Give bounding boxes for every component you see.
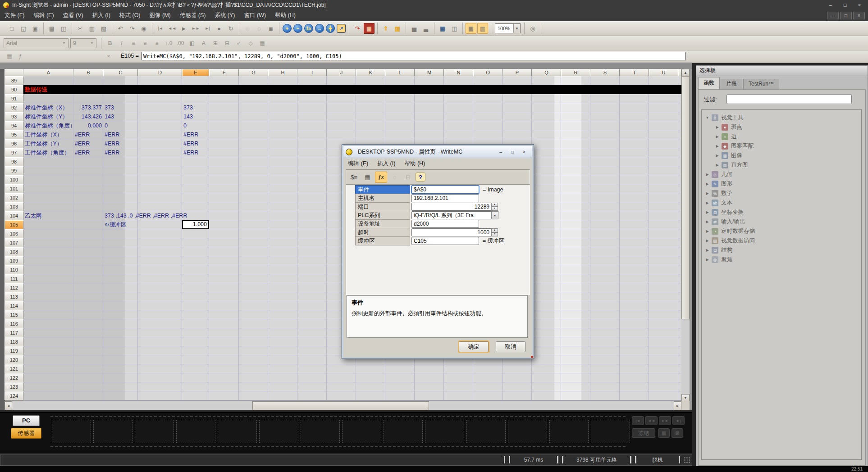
import-yellow-icon[interactable]: ⇑ bbox=[380, 23, 391, 34]
expand-icon[interactable]: ▶ bbox=[705, 172, 710, 177]
align-center-icon[interactable]: ≡ bbox=[140, 38, 151, 48]
row-header-115[interactable]: 115 bbox=[5, 310, 23, 319]
expand-region-icon[interactable]: ⊡ bbox=[402, 172, 414, 183]
selected-cell[interactable]: 1.000 bbox=[182, 220, 209, 229]
zoom-1x-icon[interactable]: 1x bbox=[304, 24, 313, 33]
copy-icon[interactable]: ▥ bbox=[87, 23, 97, 34]
column-header-partial[interactable] bbox=[678, 69, 681, 76]
palette-tab-[interactable]: 函数 bbox=[698, 77, 720, 89]
menu-item[interactable]: 系统 (Y) bbox=[210, 12, 239, 19]
row-header-121[interactable]: 121 bbox=[5, 364, 23, 373]
cell-C105[interactable]: ↻缓冲区 bbox=[103, 220, 128, 229]
expand-icon[interactable]: ▶ bbox=[715, 154, 720, 158]
property-label[interactable]: 缓冲区 bbox=[355, 236, 410, 245]
column-header-I[interactable]: I bbox=[297, 69, 327, 76]
spreadsheet-view-icon[interactable]: ▦ bbox=[466, 23, 476, 34]
cell-E94[interactable]: 0 bbox=[182, 121, 188, 130]
tree-item-tools[interactable]: ▼╋视觉工具 bbox=[702, 113, 861, 123]
print-icon[interactable]: ▤ bbox=[46, 23, 57, 34]
combo-dropdown-icon[interactable]: ▼ bbox=[491, 211, 498, 219]
cell-A93[interactable]: 标准件坐标（Y） bbox=[23, 112, 69, 121]
menu-item[interactable]: 帮助 (H) bbox=[270, 12, 300, 19]
cell-A92[interactable]: 标准件坐标（X） bbox=[23, 103, 69, 112]
grid-tool-icon[interactable]: ▦ bbox=[257, 38, 268, 48]
freeze-button[interactable]: 冻结 bbox=[632, 428, 655, 438]
scroll-right-icon[interactable]: ► bbox=[674, 401, 681, 410]
menu-item[interactable]: 传感器 (S) bbox=[175, 12, 210, 19]
column-header-M[interactable]: M bbox=[415, 69, 444, 76]
split-view-icon[interactable]: ◫ bbox=[449, 23, 460, 34]
expand-icon[interactable]: ▶ bbox=[705, 191, 710, 195]
row-header-98[interactable]: 98 bbox=[5, 157, 23, 166]
film-first-icon[interactable]: |◄ bbox=[632, 416, 644, 425]
zoom-fit-icon[interactable]: ↔ bbox=[315, 24, 324, 33]
magnifier-icon[interactable]: ○ bbox=[242, 23, 253, 34]
open-job-icon[interactable]: ◱ bbox=[18, 23, 29, 34]
cell-B94[interactable]: 0.000 bbox=[73, 121, 103, 130]
row-header-109[interactable]: 109 bbox=[5, 256, 23, 265]
child-minimize-icon[interactable]: – bbox=[827, 12, 839, 19]
undo-icon[interactable]: ↶ bbox=[115, 23, 126, 34]
font-size-combo[interactable]: 9 ▼ bbox=[70, 38, 96, 48]
expand-icon[interactable]: ▶ bbox=[715, 125, 720, 129]
row-header-93[interactable]: 93 bbox=[5, 112, 23, 121]
collapse-icon[interactable]: ▼ bbox=[705, 116, 710, 120]
palette-tab-[interactable]: 片段 bbox=[721, 79, 742, 89]
font-color-icon[interactable]: A bbox=[198, 38, 209, 48]
select-region-icon[interactable]: ◌ bbox=[388, 172, 401, 183]
row-header-122[interactable]: 122 bbox=[5, 373, 23, 382]
row-header-90[interactable]: 90 bbox=[5, 85, 23, 94]
row-header-118[interactable]: 118 bbox=[5, 337, 23, 346]
dialog-title-bar[interactable]: DESKTOP-SSP5MND - 属性页 - WriteMC –□× bbox=[343, 146, 532, 158]
row-header-110[interactable]: 110 bbox=[5, 265, 23, 274]
palette-tab-testrun[interactable]: TestRun™ bbox=[743, 79, 779, 89]
cell-C104[interactable]: 373 ,143 ,0 ,#ERR ,#ERR ,#ERR bbox=[103, 211, 188, 220]
film-last-icon[interactable]: ►| bbox=[672, 416, 685, 425]
tree-item-math[interactable]: ▶%数学 bbox=[702, 189, 861, 198]
row-header-104[interactable]: 104 bbox=[5, 211, 23, 220]
zoom-pan-icon[interactable]: ╋ bbox=[326, 24, 335, 33]
property-label[interactable]: 事件 bbox=[355, 185, 410, 194]
tree-item-structure[interactable]: ▶⊡结构 bbox=[702, 245, 861, 255]
property-field[interactable]: 12289 bbox=[411, 203, 492, 211]
record-icon[interactable]: ● bbox=[214, 23, 224, 34]
property-field[interactable]: 192.168.2.101 bbox=[411, 194, 479, 202]
column-header-C[interactable]: C bbox=[103, 69, 138, 76]
zoom-level-combo[interactable]: 100%▼ bbox=[495, 23, 521, 33]
cell-B95[interactable]: #ERR bbox=[73, 130, 91, 139]
ok-button[interactable]: 确定 bbox=[459, 341, 489, 352]
validate-icon[interactable]: ✓ bbox=[233, 38, 244, 48]
tree-item-vision-data-access[interactable]: ▶▤视觉数据访问 bbox=[702, 236, 861, 245]
column-header-U[interactable]: U bbox=[649, 69, 678, 76]
cell-C96[interactable]: #ERR bbox=[103, 139, 121, 148]
row-header-123[interactable]: 123 bbox=[5, 382, 23, 391]
cancel-edit-icon[interactable]: × bbox=[105, 52, 113, 60]
expand-icon[interactable]: ▶ bbox=[715, 163, 720, 167]
menu-item[interactable]: 图像 (M) bbox=[145, 12, 175, 19]
italic-icon[interactable]: I bbox=[116, 38, 127, 48]
row-header-124[interactable]: 124 bbox=[5, 391, 23, 400]
row-header-101[interactable]: 101 bbox=[5, 184, 23, 193]
image-transform-icon[interactable]: ↷ bbox=[352, 23, 363, 34]
row-header-111[interactable]: 111 bbox=[5, 274, 23, 283]
property-field[interactable]: 1000 bbox=[411, 228, 492, 236]
insert-function-icon[interactable]: ƒ bbox=[16, 52, 24, 60]
fill-color-icon[interactable]: ◧ bbox=[187, 38, 197, 48]
horizontal-scrollbar[interactable]: ◄ ► bbox=[5, 401, 681, 410]
row-header-108[interactable]: 108 bbox=[5, 247, 23, 256]
formula-input[interactable] bbox=[142, 52, 686, 60]
row-header-89[interactable]: 89 bbox=[5, 76, 23, 85]
go-last-icon[interactable]: ►| bbox=[202, 23, 213, 34]
image-snapshot-icon[interactable]: ▦ bbox=[364, 23, 375, 34]
dialog-close-icon[interactable]: × bbox=[518, 148, 530, 156]
property-label[interactable]: 设备地址 bbox=[355, 219, 410, 228]
cell-B96[interactable]: #ERR bbox=[73, 139, 91, 148]
expand-icon[interactable]: ▶ bbox=[705, 248, 710, 252]
child-maximize-icon[interactable]: □ bbox=[840, 12, 852, 19]
expand-icon[interactable]: ▶ bbox=[715, 144, 720, 148]
online-toggle-icon[interactable]: ◎ bbox=[527, 23, 538, 34]
step-back-icon[interactable]: ◄◄ bbox=[167, 23, 178, 34]
scroll-down-icon[interactable]: ▼ bbox=[681, 394, 690, 401]
tree-item-pattern-match[interactable]: ▶◆图案匹配 bbox=[702, 141, 861, 151]
cancel-button[interactable]: 取消 bbox=[496, 341, 525, 352]
